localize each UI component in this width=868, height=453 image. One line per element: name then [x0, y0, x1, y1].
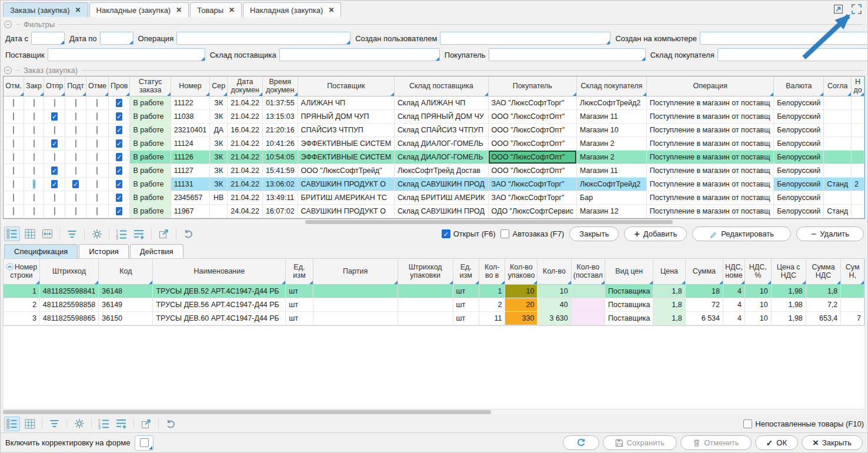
close-icon[interactable]: ✕: [229, 6, 235, 14]
row-checkbox[interactable]: ✓: [51, 112, 58, 121]
buyer-input[interactable]: [489, 48, 646, 61]
spec-horizontal-scrollbar[interactable]: [3, 409, 865, 415]
numbered-list-icon[interactable]: 123: [113, 226, 129, 241]
save-button[interactable]: Сохранить: [603, 435, 677, 450]
row-checkbox[interactable]: [13, 207, 14, 215]
list-view-icon[interactable]: [4, 226, 20, 241]
sort-ascending-icon[interactable]: [6, 263, 15, 271]
column-header[interactable]: Н до: [852, 76, 864, 96]
column-header[interactable]: Дата докумен: [228, 76, 263, 96]
open-external-icon[interactable]: [156, 226, 172, 241]
spec-row[interactable]: 1481182559884136148ТРУСЫ ДЕВ.52 АРТ.4С19…: [4, 285, 864, 298]
column-header[interactable]: Время докумен: [262, 76, 298, 96]
supplier-input[interactable]: [48, 48, 205, 61]
column-header[interactable]: Сер: [210, 76, 228, 96]
correction-checkbox[interactable]: [135, 435, 153, 451]
column-header[interactable]: Номер: [171, 76, 210, 96]
row-checkbox[interactable]: [96, 139, 98, 148]
calendar-range-icon[interactable]: [39, 226, 55, 241]
order-row[interactable]: ✓В работе2345657НВ21.04.2213:49:11БРИТИШ…: [4, 191, 864, 204]
row-checkbox[interactable]: ✓: [116, 99, 122, 107]
close-icon[interactable]: ✕: [176, 6, 182, 14]
column-header[interactable]: Валюта: [774, 76, 824, 96]
column-header[interactable]: Склад покупателя: [577, 76, 647, 96]
column-header[interactable]: Поставщик: [298, 76, 394, 96]
table-grid-icon[interactable]: [22, 417, 38, 431]
column-header[interactable]: Сумма: [685, 259, 723, 285]
close-icon[interactable]: ✕: [75, 6, 81, 14]
supplier-warehouse-input[interactable]: [279, 48, 440, 61]
tab-invoices-purchase[interactable]: Накладные (закупка)✕: [89, 2, 189, 17]
column-header[interactable]: НДС, номе: [723, 259, 745, 285]
column-header[interactable]: Покупатель: [488, 76, 577, 96]
fullscreen-corners-icon[interactable]: [850, 3, 863, 18]
row-checkbox[interactable]: ✓: [72, 180, 79, 188]
column-header[interactable]: Закр: [24, 76, 44, 96]
row-checkbox[interactable]: [34, 153, 35, 161]
row-checkbox[interactable]: ✓: [116, 166, 122, 175]
row-checkbox[interactable]: [75, 126, 76, 134]
operation-input[interactable]: [176, 32, 350, 45]
row-checkbox[interactable]: [96, 112, 98, 121]
row-checkbox[interactable]: [54, 153, 55, 161]
row-checkbox[interactable]: [75, 207, 76, 215]
column-header[interactable]: Статус заказа: [130, 76, 171, 96]
column-header[interactable]: Наименование: [153, 259, 286, 285]
delete-order-button[interactable]: −Удалить: [796, 226, 864, 241]
row-checkbox[interactable]: ✓: [116, 207, 122, 215]
row-checkbox[interactable]: [96, 153, 98, 161]
settings-gear-icon[interactable]: [89, 226, 105, 241]
date-from-input[interactable]: [31, 32, 65, 45]
row-checkbox[interactable]: [34, 194, 35, 202]
column-header[interactable]: Номер строки: [4, 259, 39, 285]
row-checkbox[interactable]: [96, 99, 98, 107]
column-header[interactable]: Кол-во: [538, 259, 571, 285]
row-checkbox[interactable]: ✓: [116, 112, 122, 121]
column-header[interactable]: Ед. изм: [453, 259, 479, 285]
column-header[interactable]: Цена: [653, 259, 685, 285]
column-header[interactable]: НДС, %: [745, 259, 771, 285]
collapse-icon[interactable]: [4, 66, 12, 74]
row-checkbox[interactable]: [13, 126, 14, 134]
created-by-user-input[interactable]: [440, 32, 610, 45]
order-row[interactable]: ✓✓✓В работе11131ЗК21.04.2213:06:02САВУШК…: [4, 177, 864, 191]
column-header[interactable]: Пров: [108, 76, 130, 96]
table-grid-icon[interactable]: [22, 226, 38, 241]
row-checkbox[interactable]: [13, 99, 14, 107]
column-header[interactable]: Кол-во в: [479, 259, 505, 285]
row-checkbox[interactable]: [54, 99, 55, 107]
row-checkbox[interactable]: [34, 126, 35, 134]
column-header[interactable]: Отпр: [44, 76, 65, 96]
column-header[interactable]: Отме: [86, 76, 108, 96]
tab-actions[interactable]: Действия: [130, 244, 183, 258]
collapse-icon[interactable]: [4, 21, 12, 28]
order-row[interactable]: ✓✓В работе11038ЗК21.04.2213:15:03ПРЯНЫЙ …: [4, 109, 864, 123]
undelivered-goods-checkbox[interactable]: Непоставленные товары (F10): [743, 418, 864, 429]
column-header[interactable]: Цена с НДС: [771, 259, 806, 285]
row-checkbox[interactable]: ✓: [51, 166, 58, 175]
column-header[interactable]: Отм.: [4, 76, 24, 96]
row-checkbox[interactable]: [96, 126, 98, 134]
column-header[interactable]: Ед. изм: [286, 259, 313, 285]
buyer-warehouse-input[interactable]: [717, 48, 868, 61]
row-checkbox[interactable]: [13, 166, 14, 175]
row-checkbox[interactable]: [96, 194, 98, 202]
row-checkbox[interactable]: [75, 112, 76, 121]
add-row-icon[interactable]: [113, 417, 129, 431]
settings-gear-icon[interactable]: [71, 417, 87, 431]
close-icon[interactable]: ✕: [328, 6, 334, 14]
refresh-icon[interactable]: [163, 417, 179, 431]
row-checkbox[interactable]: [13, 139, 14, 148]
column-header[interactable]: Согла: [824, 76, 852, 96]
order-row[interactable]: ✓В работе11126ЗК21.04.2210:54:05ЭФФЕКТИВ…: [4, 150, 864, 164]
open-external-icon[interactable]: [138, 417, 154, 431]
row-checkbox[interactable]: [34, 207, 35, 215]
edit-order-button[interactable]: Редактировать: [692, 226, 791, 241]
row-checkbox[interactable]: [75, 166, 76, 175]
column-header[interactable]: Кол-во упаково: [505, 259, 538, 285]
row-checkbox[interactable]: ✓: [51, 180, 58, 188]
column-header[interactable]: Код: [99, 259, 153, 285]
row-checkbox[interactable]: [75, 99, 76, 107]
add-order-button[interactable]: +Добавить: [624, 226, 687, 241]
refresh-icon[interactable]: [181, 226, 196, 241]
